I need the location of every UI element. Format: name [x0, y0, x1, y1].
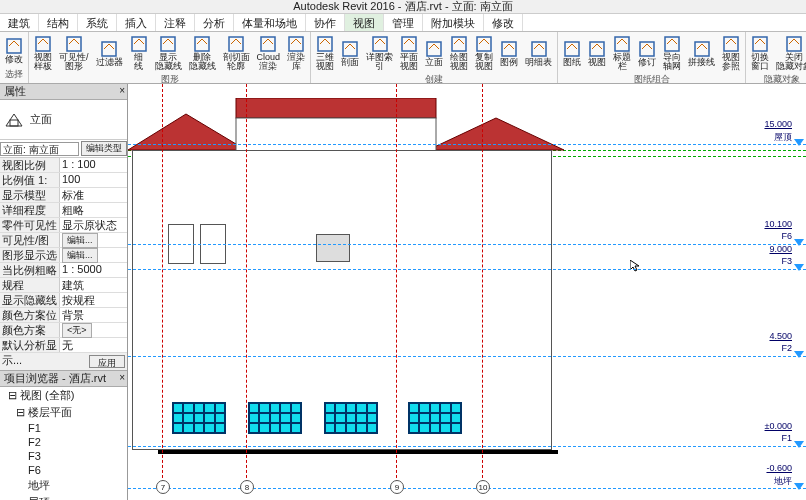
legend-button[interactable]: 图例 [497, 34, 521, 72]
tab-协作[interactable]: 协作 [306, 14, 345, 31]
prop-value[interactable]: 粗略 [60, 203, 127, 217]
level-F2[interactable]: 4.500F2 [128, 356, 806, 357]
grid-8[interactable]: 8 [246, 84, 247, 488]
edit-button[interactable]: 编辑... [62, 233, 98, 248]
prop-label: 规程 [0, 278, 60, 292]
tree-item[interactable]: 地坪 [0, 477, 127, 494]
level-屋顶[interactable]: 15.000屋顶 [128, 144, 806, 145]
btn-label: 渲染 库 [287, 53, 305, 71]
guide-button[interactable]: 导向 轴网 [660, 34, 684, 72]
sheet-button[interactable]: 图纸 [560, 34, 584, 72]
view-template-button[interactable]: 视图 样板 [31, 34, 55, 72]
tab-系统[interactable]: 系统 [78, 14, 117, 31]
grid-10[interactable]: 10 [482, 84, 483, 488]
edit-type-button[interactable]: 编辑类型 [81, 141, 127, 156]
tab-插入[interactable]: 插入 [117, 14, 156, 31]
switch-button[interactable]: 切换 窗口 [748, 34, 772, 72]
remove-button[interactable]: 删除 隐藏线 [186, 34, 219, 72]
level-F6[interactable]: 10.100F6 [128, 244, 806, 245]
btn-label: 修订 [638, 58, 656, 67]
tree-item[interactable]: ⊟ 视图 (全部) [0, 387, 127, 404]
render-button[interactable]: Cloud 渲染 [254, 34, 284, 72]
tab-结构[interactable]: 结构 [39, 14, 78, 31]
elev-button[interactable]: 立面 [422, 34, 446, 72]
hidden-button[interactable]: 显示 隐藏线 [152, 34, 185, 72]
level-marker-icon [794, 239, 804, 246]
prop-value[interactable]: 编辑... [60, 233, 127, 247]
tab-体量和场地[interactable]: 体量和场地 [234, 14, 306, 31]
btn-label: 显示 隐藏线 [155, 53, 182, 71]
callout-icon [371, 35, 389, 53]
tree-item[interactable]: F2 [0, 435, 127, 449]
3d-button[interactable]: 三维 视图 [313, 34, 337, 72]
prop-value[interactable]: 编辑... [60, 248, 127, 262]
prop-value[interactable]: 背景 [60, 308, 127, 322]
sched-button[interactable]: 明细表 [522, 34, 555, 72]
plan-button[interactable]: 平面 视图 [397, 34, 421, 72]
filter-button[interactable]: 过滤器 [93, 34, 126, 72]
btn-label: 标题 栏 [613, 53, 631, 71]
tree-item[interactable]: ⊟ 楼层平面 [0, 404, 127, 421]
floor-slab [158, 450, 558, 454]
level-value: -0.600 [766, 463, 792, 473]
close-button[interactable]: 关闭 隐藏对象 [773, 34, 806, 72]
value-chip[interactable]: <无> [62, 323, 92, 338]
tree-item[interactable]: F1 [0, 421, 127, 435]
btn-label: Cloud 渲染 [257, 53, 281, 71]
grid-9[interactable]: 9 [396, 84, 397, 488]
match-button[interactable]: 拼接线 [685, 34, 718, 72]
callout-button[interactable]: 详图索 引 [363, 34, 396, 72]
tab-视图[interactable]: 视图 [345, 14, 384, 31]
section-button[interactable]: 剖面 [338, 34, 362, 72]
close-icon[interactable]: × [119, 372, 125, 383]
prop-value[interactable]: 标准 [60, 188, 127, 202]
tab-分析[interactable]: 分析 [195, 14, 234, 31]
tab-注释[interactable]: 注释 [156, 14, 195, 31]
tree-item[interactable]: F3 [0, 449, 127, 463]
draft-button[interactable]: 绘图 视图 [447, 34, 471, 72]
grid-bubble: 7 [156, 480, 170, 494]
apply-button[interactable]: 应用 [89, 355, 125, 368]
close-icon[interactable]: × [119, 85, 125, 96]
modify-icon [5, 37, 23, 55]
tree-item[interactable]: F6 [0, 463, 127, 477]
prop-value[interactable]: 1 : 5000 [60, 263, 127, 277]
rev-button[interactable]: 修订 [635, 34, 659, 72]
type-thumb[interactable]: 立面 [0, 100, 127, 140]
drawing-canvas[interactable]: 15.000屋顶10.100F69.000F34.500F2±0.000F1-0… [128, 84, 806, 500]
gallery-button[interactable]: 渲染 库 [284, 34, 308, 72]
prop-label: 颜色方案位置 [0, 308, 60, 322]
level-F3[interactable]: 9.000F3 [128, 269, 806, 270]
prop-value[interactable]: 无 [60, 338, 127, 352]
level-地坪[interactable]: -0.600地坪 [128, 488, 806, 489]
tab-建筑[interactable]: 建筑 [0, 14, 39, 31]
visibility-button[interactable]: 可见性/ 图形 [56, 34, 92, 72]
window [408, 402, 462, 434]
tree-item[interactable]: 屋顶 [0, 494, 127, 500]
prop-row: 显示隐藏线按规程 [0, 293, 127, 308]
close-icon [785, 35, 803, 53]
view-button[interactable]: 视图 [585, 34, 609, 72]
modify-button[interactable]: 修改 [2, 34, 26, 67]
grid-7[interactable]: 7 [162, 84, 163, 488]
level-F1[interactable]: ±0.000F1 [128, 446, 806, 447]
section-icon [341, 40, 359, 58]
ref-button[interactable]: 视图 参照 [719, 34, 743, 72]
prop-value[interactable]: 按规程 [60, 293, 127, 307]
prop-value[interactable]: 100 [60, 173, 127, 187]
prop-row: 规程建筑 [0, 278, 127, 293]
prop-row: 显示模型标准 [0, 188, 127, 203]
edit-button[interactable]: 编辑... [62, 248, 98, 263]
tab-管理[interactable]: 管理 [384, 14, 423, 31]
dup-button[interactable]: 复制 视图 [472, 34, 496, 72]
prop-value[interactable]: 显示原状态 [60, 218, 127, 232]
prop-value[interactable]: <无> [60, 323, 127, 337]
title-button[interactable]: 标题 栏 [610, 34, 634, 72]
thin-button[interactable]: 细 线 [127, 34, 151, 72]
tab-修改[interactable]: 修改 [484, 14, 523, 31]
instance-selector[interactable]: 立面: 南立面 [0, 142, 79, 156]
prop-value[interactable]: 建筑 [60, 278, 127, 292]
tab-附加模块[interactable]: 附加模块 [423, 14, 484, 31]
prop-value[interactable]: 1 : 100 [60, 158, 127, 172]
profile-button[interactable]: 剖切面 轮廓 [220, 34, 253, 72]
